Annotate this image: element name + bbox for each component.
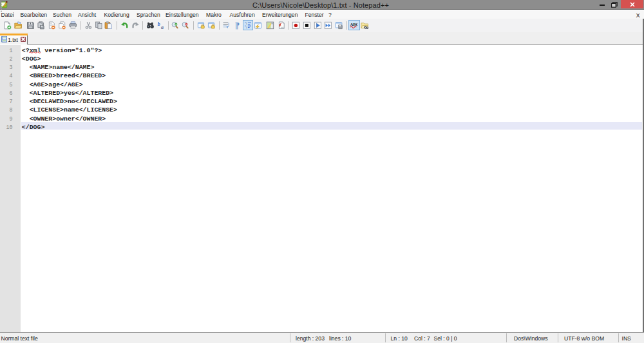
svg-text:a: a [161, 24, 164, 30]
svg-text:¶: ¶ [235, 21, 240, 30]
svg-text:b: b [157, 22, 160, 28]
svg-text:ABC: ABC [350, 22, 357, 26]
